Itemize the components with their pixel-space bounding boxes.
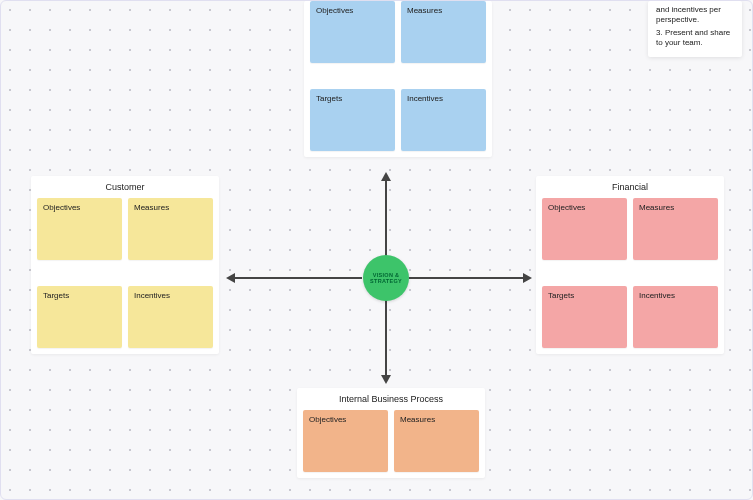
sticky-top-objectives[interactable]: Objectives xyxy=(310,1,395,63)
arrow-right-head xyxy=(523,273,532,283)
panel-customer[interactable]: Customer Objectives Measures Targets Inc… xyxy=(31,176,219,354)
instruction-card[interactable]: and incentives per perspective. 3. Prese… xyxy=(648,1,742,57)
sticky-financial-objectives[interactable]: Objectives xyxy=(542,198,627,260)
sticky-top-measures[interactable]: Measures xyxy=(401,1,486,63)
sticky-financial-targets[interactable]: Targets xyxy=(542,286,627,348)
instruction-line-1: and incentives per perspective. xyxy=(656,5,734,26)
instruction-line-2: 3. Present and share to your team. xyxy=(656,28,734,49)
panel-internal-business-process[interactable]: Internal Business Process Objectives Mea… xyxy=(297,388,485,478)
center-vision-strategy[interactable]: VISION & STRATEGY xyxy=(363,255,409,301)
arrow-left-line xyxy=(234,277,362,279)
panel-financial-title: Financial xyxy=(536,176,724,198)
sticky-top-incentives[interactable]: Incentives xyxy=(401,89,486,151)
sticky-top-targets[interactable]: Targets xyxy=(310,89,395,151)
arrow-up-line xyxy=(385,180,387,256)
sticky-financial-measures[interactable]: Measures xyxy=(633,198,718,260)
center-label: VISION & STRATEGY xyxy=(363,272,409,284)
sticky-customer-objectives[interactable]: Objectives xyxy=(37,198,122,260)
arrow-down-line xyxy=(385,299,387,375)
panel-financial[interactable]: Financial Objectives Measures Targets In… xyxy=(536,176,724,354)
sticky-financial-incentives[interactable]: Incentives xyxy=(633,286,718,348)
arrow-down-head xyxy=(381,375,391,384)
sticky-customer-measures[interactable]: Measures xyxy=(128,198,213,260)
sticky-internal-objectives[interactable]: Objectives xyxy=(303,410,388,472)
arrow-right-line xyxy=(409,277,523,279)
sticky-customer-incentives[interactable]: Incentives xyxy=(128,286,213,348)
sticky-customer-targets[interactable]: Targets xyxy=(37,286,122,348)
sticky-internal-measures[interactable]: Measures xyxy=(394,410,479,472)
panel-top[interactable]: Objectives Measures Targets Incentives xyxy=(304,1,492,157)
arrow-up-head xyxy=(381,172,391,181)
arrow-left-head xyxy=(226,273,235,283)
panel-internal-title: Internal Business Process xyxy=(297,388,485,410)
panel-customer-title: Customer xyxy=(31,176,219,198)
